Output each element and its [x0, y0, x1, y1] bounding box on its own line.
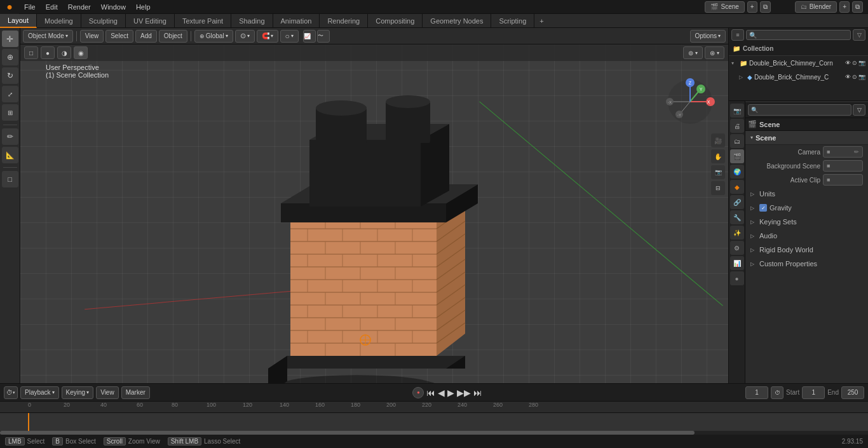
timeline-scroll-thumb[interactable] — [0, 431, 695, 435]
next-frame-btn[interactable]: ▶▶ — [457, 388, 471, 398]
viewport-shading-render-btn[interactable]: ◉ — [74, 46, 88, 59]
tab-texture-paint[interactable]: Texture Paint — [175, 14, 231, 28]
record-btn[interactable]: ● — [412, 387, 424, 398]
tab-sculpting[interactable]: Sculpting — [81, 14, 126, 28]
viewport-shading-solid-btn[interactable]: ● — [41, 46, 55, 59]
render-vis-icon-2[interactable]: 📷 — [858, 74, 865, 80]
current-frame-field[interactable]: 1 — [745, 386, 768, 399]
tab-modeling[interactable]: Modeling — [37, 14, 81, 28]
measure-tool-btn[interactable]: 📐 — [2, 147, 18, 163]
view-btn[interactable]: View — [80, 30, 104, 43]
3d-viewport[interactable]: User Perspective (1) Scene Collection □ … — [20, 44, 728, 383]
viewport-shading-wire-btn[interactable]: □ — [24, 46, 38, 59]
props-tab-world[interactable]: 🌍 — [730, 165, 744, 179]
grab-pan-btn[interactable]: ✋ — [711, 149, 725, 163]
header-icon-1[interactable]: 📈 — [303, 30, 316, 43]
menu-window[interactable]: Window — [96, 0, 131, 14]
cursor-restrict-icon-2[interactable]: ⊙ — [852, 74, 857, 80]
annotate-tool-btn[interactable]: ✏ — [2, 128, 18, 145]
props-tab-modifier[interactable]: 🔧 — [730, 210, 744, 224]
properties-search-input[interactable] — [760, 107, 848, 114]
view-layer-dup-btn[interactable]: ⧉ — [852, 1, 863, 13]
background-scene-value-field[interactable]: ■ — [823, 160, 863, 172]
render-vis-icon-1[interactable]: 📷 — [858, 60, 865, 66]
props-tab-object[interactable]: ◆ — [730, 180, 744, 194]
props-tab-view-layer[interactable]: 🗂 — [730, 134, 744, 148]
props-tab-physics[interactable]: ⚙ — [730, 241, 744, 255]
gravity-checkbox[interactable]: ✓ — [759, 204, 767, 212]
active-clip-value-field[interactable]: ■ — [823, 174, 863, 186]
outliner-visibility-filter[interactable]: ▽ — [853, 29, 865, 41]
marker-btn[interactable]: Marker — [121, 386, 150, 399]
proportional-btn[interactable]: ○ ▾ — [280, 30, 299, 43]
cursor-restrict-icon-1[interactable]: ⊙ — [852, 60, 857, 66]
tab-shading[interactable]: Shading — [231, 14, 273, 28]
props-tab-scene[interactable]: 🎬 — [730, 149, 744, 163]
scene-duplicate-btn[interactable]: ⧉ — [760, 1, 771, 13]
playback-btn[interactable]: Playback ▾ — [20, 386, 59, 399]
viewport-overlays-btn[interactable]: ⊚ ▾ — [683, 46, 703, 59]
viewport-gizmos-btn[interactable]: ⊛ ▾ — [705, 46, 724, 59]
camera-value-field[interactable]: ■ ✏ — [823, 146, 863, 158]
fps-indicator[interactable]: ⏱ — [771, 386, 783, 399]
menu-help[interactable]: Help — [131, 0, 156, 14]
tab-geometry-nodes[interactable]: Geometry Nodes — [423, 14, 491, 28]
props-tab-render[interactable]: 📷 — [730, 104, 744, 118]
transform-tool-btn[interactable]: ⊞ — [2, 104, 18, 121]
tab-rendering[interactable]: Rendering — [320, 14, 368, 28]
scene-new-btn[interactable]: + — [747, 1, 757, 13]
move-tool-btn[interactable]: ⊕ — [2, 49, 18, 65]
tab-uv-editing[interactable]: UV Editing — [126, 14, 175, 28]
outliner-row-chimney-mesh[interactable]: ▷ ◆ Double_Brick_Chimney_C 👁 ⊙ 📷 — [729, 70, 868, 84]
tab-scripting[interactable]: Scripting — [491, 14, 534, 28]
view-layer-new-btn[interactable]: + — [839, 1, 850, 13]
rotate-tool-btn[interactable]: ↻ — [2, 67, 18, 84]
start-frame-field[interactable]: 1 — [802, 386, 825, 399]
play-btn[interactable]: ▶ — [447, 388, 454, 398]
props-tab-data[interactable]: 📊 — [730, 256, 744, 270]
tab-layout[interactable]: Layout — [0, 14, 37, 28]
snap-btn[interactable]: 🧲 ▾ — [257, 30, 278, 43]
add-workspace-btn[interactable]: + — [534, 17, 548, 25]
add-cube-tool-btn[interactable]: □ — [2, 171, 18, 187]
viewport-shading-material-btn[interactable]: ◑ — [57, 46, 71, 59]
layers-icon-btn[interactable]: ⊟ — [711, 181, 725, 195]
jump-end-btn[interactable]: ⏭ — [473, 388, 482, 398]
timeline-track[interactable] — [0, 413, 868, 435]
navigation-gizmo[interactable]: X Y Z -X -Y — [665, 76, 715, 127]
tab-compositing[interactable]: Compositing — [368, 14, 423, 28]
outliner-row-chimney-collection[interactable]: ▾ 📁 Double_Brick_Chimney_Corn 👁 ⊙ 📷 — [729, 56, 868, 70]
tab-animation[interactable]: Animation — [273, 14, 320, 28]
props-tab-material[interactable]: ● — [730, 271, 744, 285]
view-tl-btn[interactable]: View — [96, 386, 119, 399]
menu-file[interactable]: File — [19, 0, 41, 14]
jump-start-btn[interactable]: ⏮ — [426, 388, 435, 398]
props-tab-constraints[interactable]: 🔗 — [730, 195, 744, 209]
object-mode-btn[interactable]: Object Mode ▾ — [23, 30, 73, 43]
units-section-row[interactable]: ▷ Units — [745, 187, 868, 201]
eye-icon-1[interactable]: 👁 — [845, 60, 851, 66]
props-tab-particles[interactable]: ✨ — [730, 226, 744, 240]
keying-sets-section-row[interactable]: ▷ Keying Sets — [745, 215, 868, 229]
add-menu-btn[interactable]: Add — [135, 30, 157, 43]
camera-icon-btn[interactable]: 📷 — [711, 165, 725, 179]
props-tab-output[interactable]: 🖨 — [730, 119, 744, 133]
keying-btn[interactable]: Keying ▾ — [62, 386, 94, 399]
outliner-search-input[interactable] — [746, 30, 851, 40]
outliner-filter-btn[interactable]: ≡ — [731, 29, 744, 41]
eye-icon-2[interactable]: 👁 — [845, 74, 851, 80]
object-menu-btn[interactable]: Object — [159, 30, 187, 43]
audio-section-row[interactable]: ▷ Audio — [745, 229, 868, 243]
view-layer-selector[interactable]: 🗂 Blender — [795, 1, 837, 13]
gravity-section-row[interactable]: ▷ ✓ Gravity — [745, 201, 868, 215]
menu-render[interactable]: Render — [63, 0, 96, 14]
select-menu-btn[interactable]: Select — [105, 30, 133, 43]
header-icon-2[interactable]: 〜 — [317, 30, 330, 43]
pivot-btn[interactable]: ⊙ ▾ — [235, 30, 255, 43]
scale-tool-btn[interactable]: ⤢ — [2, 86, 18, 102]
camera-perspective-btn[interactable]: 🎥 — [711, 133, 725, 147]
props-filter-btn[interactable]: ▽ — [853, 104, 865, 116]
prev-frame-btn[interactable]: ◀ — [438, 388, 445, 398]
transform-orientation-btn[interactable]: ⊕ Global ▾ — [194, 30, 233, 43]
timeline-scrollbar[interactable] — [0, 431, 868, 435]
